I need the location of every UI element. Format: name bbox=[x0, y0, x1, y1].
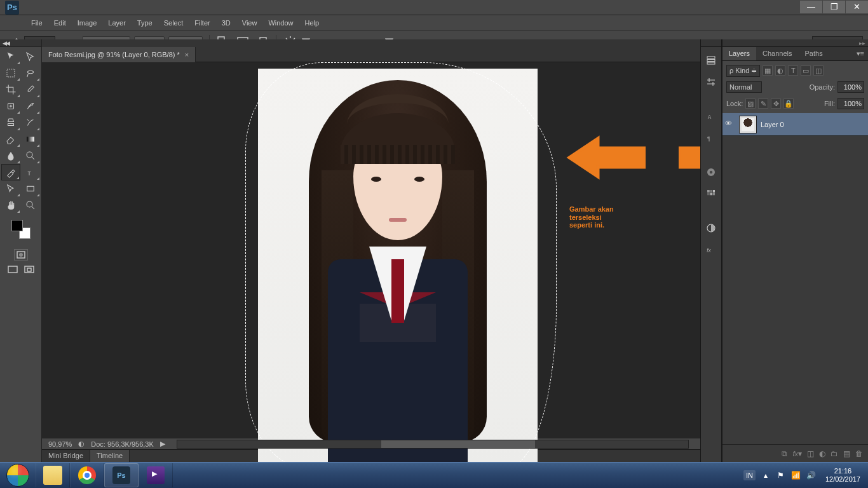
type-tool[interactable]: T bbox=[21, 164, 40, 180]
filter-pixel-icon[interactable]: ▦ bbox=[763, 65, 773, 76]
tray-action-center-icon[interactable]: ⚑ bbox=[776, 470, 786, 480]
canvas[interactable] bbox=[258, 69, 538, 462]
layer-name[interactable]: Layer 0 bbox=[761, 121, 784, 128]
pen-tool[interactable] bbox=[1, 164, 20, 180]
menu-layer[interactable]: Layer bbox=[102, 15, 132, 30]
path-selection-tool[interactable] bbox=[1, 180, 20, 197]
timeline-tab[interactable]: Timeline bbox=[90, 450, 130, 462]
taskbar-chrome[interactable] bbox=[70, 463, 104, 487]
styles-panel-icon[interactable]: fx bbox=[703, 241, 719, 258]
menu-window[interactable]: Window bbox=[262, 15, 299, 30]
quick-mask-toggle[interactable] bbox=[14, 249, 28, 261]
tools-panel-header[interactable]: ◀◀ bbox=[0, 39, 41, 47]
close-button[interactable]: ✕ bbox=[846, 1, 868, 13]
mini-bridge-tab[interactable]: Mini Bridge bbox=[42, 450, 90, 462]
paths-tab[interactable]: Paths bbox=[799, 47, 829, 60]
layers-tab[interactable]: Layers bbox=[722, 47, 756, 60]
layer-row[interactable]: 👁 Layer 0 bbox=[722, 113, 868, 136]
lock-pixels-icon[interactable]: ✎ bbox=[758, 98, 768, 109]
menu-edit[interactable]: Edit bbox=[48, 15, 72, 30]
lock-transparency-icon[interactable]: ▨ bbox=[745, 98, 756, 109]
adjustments-panel-icon[interactable] bbox=[703, 220, 719, 236]
layer-thumbnail[interactable] bbox=[739, 116, 757, 133]
history-panel-icon[interactable] bbox=[703, 52, 719, 69]
move-tool[interactable] bbox=[1, 48, 20, 65]
crop-tool[interactable] bbox=[1, 81, 20, 98]
taskbar-explorer[interactable] bbox=[36, 463, 70, 487]
foreground-color[interactable] bbox=[11, 220, 23, 231]
menu-help[interactable]: Help bbox=[299, 15, 325, 30]
dodge-tool[interactable] bbox=[21, 147, 40, 164]
healing-brush-tool[interactable] bbox=[1, 98, 20, 114]
menu-file[interactable]: File bbox=[25, 15, 48, 30]
blend-mode-select[interactable]: Normal bbox=[726, 81, 762, 93]
character-panel-icon[interactable]: A bbox=[703, 108, 719, 125]
layer-visibility-icon[interactable]: 👁 bbox=[725, 119, 735, 130]
brush-tool[interactable] bbox=[21, 98, 40, 114]
layer-list[interactable]: 👁 Layer 0 bbox=[722, 113, 868, 444]
filter-shape-icon[interactable]: ▭ bbox=[801, 65, 811, 76]
close-document-icon[interactable]: × bbox=[185, 51, 189, 58]
history-brush-tool[interactable] bbox=[21, 114, 40, 131]
layer-group-icon[interactable]: 🗀 bbox=[831, 449, 838, 458]
swatches-panel-icon[interactable] bbox=[703, 186, 719, 202]
screen-mode-button[interactable] bbox=[6, 264, 20, 276]
blur-tool[interactable] bbox=[1, 147, 20, 164]
menu-3d[interactable]: 3D bbox=[216, 15, 236, 30]
maximize-button[interactable]: ❐ bbox=[823, 1, 845, 13]
lasso-tool[interactable] bbox=[21, 65, 40, 81]
fill-input[interactable]: 100% bbox=[837, 98, 864, 109]
screen-mode-switch[interactable] bbox=[22, 264, 36, 276]
tools-panel: ◀◀ T bbox=[0, 39, 42, 462]
layer-mask-icon[interactable]: ◫ bbox=[807, 449, 814, 458]
delete-layer-icon[interactable]: 🗑 bbox=[855, 449, 863, 458]
lock-all-icon[interactable]: 🔒 bbox=[783, 98, 794, 109]
hand-tool[interactable] bbox=[1, 197, 20, 214]
link-layers-icon[interactable]: ⧉ bbox=[782, 449, 787, 458]
color-swatches[interactable] bbox=[0, 215, 41, 244]
filter-smart-icon[interactable]: ◫ bbox=[813, 65, 824, 76]
layer-filter-kind[interactable]: ρ Kind ≑ bbox=[726, 65, 760, 77]
clone-stamp-tool[interactable] bbox=[1, 114, 20, 131]
gradient-tool[interactable] bbox=[21, 131, 40, 147]
menu-filter[interactable]: Filter bbox=[189, 15, 215, 30]
start-button[interactable] bbox=[0, 463, 36, 489]
tray-volume-icon[interactable]: 🔊 bbox=[806, 470, 817, 480]
menu-image[interactable]: Image bbox=[72, 15, 103, 30]
paragraph-panel-icon[interactable]: ¶ bbox=[703, 130, 719, 146]
marquee-tool[interactable] bbox=[1, 65, 20, 81]
status-flyout-icon[interactable]: ▶ bbox=[160, 440, 165, 448]
horizontal-scrollbar[interactable] bbox=[177, 440, 689, 449]
filter-type-icon[interactable]: T bbox=[788, 65, 798, 76]
color-panel-icon[interactable] bbox=[703, 164, 719, 180]
rectangle-tool[interactable] bbox=[21, 180, 40, 197]
new-layer-icon[interactable]: ▤ bbox=[843, 449, 850, 458]
language-indicator[interactable]: IN bbox=[743, 470, 756, 480]
properties-panel-icon[interactable] bbox=[703, 74, 719, 90]
taskbar-photoshop[interactable]: Ps bbox=[104, 463, 139, 487]
adjustment-layer-icon[interactable]: ◐ bbox=[819, 449, 825, 458]
document-tab[interactable]: Foto Resmi.jpg @ 91% (Layer 0, RGB/8) * … bbox=[42, 47, 196, 62]
menu-view[interactable]: View bbox=[236, 15, 263, 30]
lock-position-icon[interactable]: ✥ bbox=[771, 98, 781, 109]
filter-adjustment-icon[interactable]: ◐ bbox=[775, 65, 785, 76]
taskbar-media-player[interactable] bbox=[139, 463, 173, 487]
layer-fx-icon[interactable]: fx▾ bbox=[792, 449, 802, 458]
eyedropper-tool[interactable] bbox=[21, 81, 40, 98]
taskbar-clock[interactable]: 21:16 12/02/2017 bbox=[822, 467, 864, 484]
panel-menu-icon[interactable]: ▾≡ bbox=[853, 47, 868, 60]
menu-select[interactable]: Select bbox=[158, 15, 189, 30]
panel-dock-header[interactable]: ▸▸ bbox=[722, 39, 868, 47]
menu-type[interactable]: Type bbox=[132, 15, 158, 30]
eraser-tool[interactable] bbox=[1, 131, 20, 147]
tray-show-hidden-icon[interactable]: ▴ bbox=[761, 470, 771, 480]
channels-tab[interactable]: Channels bbox=[756, 47, 798, 60]
document-tabbar-collapse[interactable] bbox=[42, 39, 700, 47]
status-preview-icon[interactable]: ◐ bbox=[78, 440, 85, 448]
minimize-button[interactable]: — bbox=[800, 1, 822, 13]
opacity-input[interactable]: 100% bbox=[837, 81, 864, 93]
tray-network-icon[interactable]: 📶 bbox=[791, 470, 801, 480]
zoom-level[interactable]: 90,97% bbox=[48, 440, 72, 448]
artboard-select-tool[interactable] bbox=[21, 48, 40, 65]
zoom-tool[interactable] bbox=[21, 197, 40, 214]
